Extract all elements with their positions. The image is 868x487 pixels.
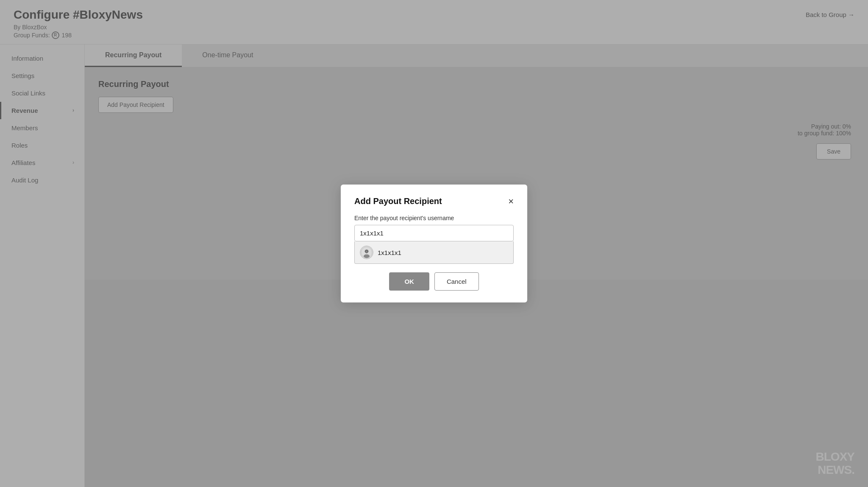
modal-overlay: Add Payout Recipient × Enter the payout … — [0, 0, 868, 487]
svg-point-4 — [367, 251, 368, 252]
dropdown-username: 1x1x1x1 — [378, 249, 401, 256]
ok-button[interactable]: OK — [389, 272, 429, 291]
svg-point-2 — [364, 254, 370, 258]
modal-header: Add Payout Recipient × — [354, 196, 514, 206]
svg-point-3 — [365, 251, 366, 252]
close-icon[interactable]: × — [508, 197, 514, 206]
add-payout-modal: Add Payout Recipient × Enter the payout … — [341, 185, 527, 302]
cancel-button[interactable]: Cancel — [434, 272, 479, 291]
modal-label: Enter the payout recipient's username — [354, 215, 514, 221]
user-result-item[interactable]: 1x1x1x1 — [354, 241, 514, 264]
modal-title: Add Payout Recipient — [354, 196, 442, 206]
avatar — [360, 246, 373, 259]
username-input[interactable] — [354, 225, 514, 241]
modal-actions: OK Cancel — [354, 272, 514, 291]
